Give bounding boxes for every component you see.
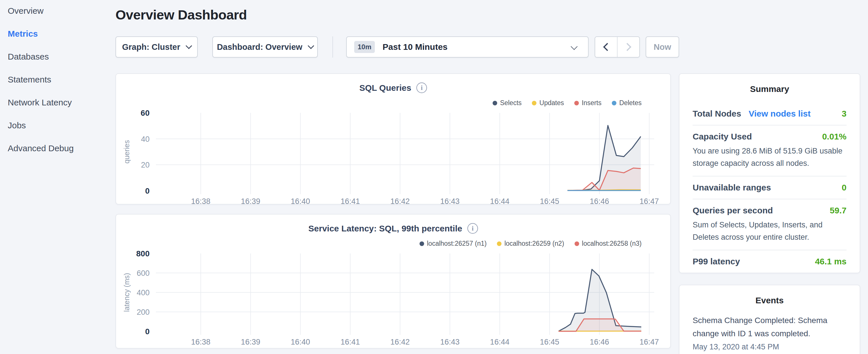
svg-text:16:40: 16:40 — [291, 197, 310, 204]
legend-label: localhost:26258 (n3) — [582, 240, 642, 248]
legend-label: Selects — [500, 99, 522, 107]
chevron-left-icon — [603, 43, 611, 51]
summary-body: Total Nodes View nodes list 3 Capacity U… — [693, 102, 846, 273]
prev-range-button[interactable] — [595, 37, 618, 57]
chevron-right-icon — [623, 43, 631, 51]
svg-text:16:40: 16:40 — [291, 338, 310, 346]
svg-text:600: 600 — [137, 269, 150, 278]
svg-text:16:41: 16:41 — [340, 197, 360, 204]
sidebar-item-databases[interactable]: Databases — [8, 45, 111, 68]
svg-text:16:47: 16:47 — [640, 197, 659, 204]
legend-item[interactable]: Inserts — [574, 99, 601, 107]
legend-dot-icon — [493, 101, 497, 105]
svg-text:16:47: 16:47 — [640, 338, 659, 346]
legend-item[interactable]: Updates — [532, 99, 564, 107]
svg-text:16:39: 16:39 — [241, 197, 260, 204]
svg-text:16:42: 16:42 — [390, 197, 410, 204]
events-panel: Events Schema Change Completed: Schema c… — [679, 285, 860, 354]
sidebar-item-statements[interactable]: Statements — [8, 68, 111, 91]
svg-text:0: 0 — [145, 327, 150, 336]
now-button[interactable]: Now — [646, 36, 679, 58]
chevron-down-icon — [186, 43, 192, 49]
svg-text:16:45: 16:45 — [540, 197, 559, 204]
summary-row-label: P99 latency — [693, 257, 740, 266]
legend-dot-icon — [532, 101, 536, 105]
summary-panel: Summary Total Nodes View nodes list 3 Ca… — [679, 73, 860, 273]
svg-text:16:43: 16:43 — [440, 338, 460, 346]
event-timestamp: May 13, 2020 at 4:45 PM — [693, 343, 846, 351]
summary-row-label: Total Nodes — [693, 109, 741, 119]
chevron-down-icon — [308, 43, 314, 49]
legend-label: Deletes — [619, 99, 642, 107]
summary-row-label: Queries per second — [693, 206, 773, 215]
summary-row-value: 0.01% — [822, 132, 846, 141]
dashboard-dropdown[interactable]: Dashboard: Overview — [212, 36, 318, 58]
event-text: Schema Change Completed: Schema change w… — [693, 314, 846, 340]
event-list-item: Schema Change Completed: Schema change w… — [679, 314, 860, 351]
sql-queries-chart-card: SQL Queries i SelectsUpdatesInsertsDelet… — [116, 73, 671, 204]
chart-title: Service Latency: SQL, 99th percentile — [308, 224, 462, 233]
svg-text:16:46: 16:46 — [590, 197, 609, 204]
sidebar-item-network-latency[interactable]: Network Latency — [8, 91, 111, 114]
legend-item[interactable]: Selects — [493, 99, 522, 107]
legend-item[interactable]: Deletes — [612, 99, 642, 107]
sidebar: Overview Metrics Databases Statements Ne… — [8, 0, 111, 160]
svg-text:16:38: 16:38 — [191, 338, 211, 346]
next-range-button[interactable] — [618, 37, 639, 57]
summary-row-value: 59.7 — [830, 206, 846, 215]
sidebar-item-jobs[interactable]: Jobs — [8, 114, 111, 137]
dashboard-dropdown-label: Dashboard: Overview — [217, 42, 302, 52]
service-latency-plot[interactable]: 16:3816:3916:4016:4116:4216:4316:4416:45… — [116, 215, 671, 349]
summary-row-p99-latency: P99 latency 46.1 ms — [693, 250, 846, 273]
chart-title-row: Service Latency: SQL, 99th percentile i — [116, 223, 670, 234]
svg-text:queries: queries — [123, 140, 131, 164]
time-pager — [595, 36, 640, 58]
legend-label: localhost:26257 (n1) — [427, 240, 487, 248]
svg-text:16:38: 16:38 — [191, 197, 211, 204]
summary-row-value: 0 — [842, 183, 846, 192]
legend-dot-icon — [574, 101, 579, 105]
legend-item[interactable]: localhost:26257 (n1) — [420, 240, 487, 248]
svg-text:16:45: 16:45 — [540, 338, 559, 346]
summary-row-label: Unavailable ranges — [693, 183, 771, 192]
svg-text:400: 400 — [137, 288, 150, 297]
events-title: Events — [679, 296, 860, 305]
sidebar-item-overview[interactable]: Overview — [8, 0, 111, 22]
summary-row-description: You are using 28.6 MiB of 515.9 GiB usab… — [693, 145, 846, 169]
legend-item[interactable]: localhost:26259 (n2) — [497, 240, 564, 248]
svg-text:0: 0 — [145, 187, 150, 195]
svg-text:800: 800 — [136, 249, 150, 258]
legend-dot-icon — [420, 242, 424, 246]
service-latency-chart-card: Service Latency: SQL, 99th percentile i … — [116, 214, 671, 349]
chart-title-row: SQL Queries i — [116, 83, 670, 93]
time-range-dropdown[interactable]: 10m Past 10 Minutes — [346, 36, 589, 58]
legend-dot-icon — [612, 101, 616, 105]
svg-text:20: 20 — [141, 161, 150, 169]
graph-dropdown-label: Graph: Cluster — [122, 42, 180, 52]
svg-text:16:43: 16:43 — [440, 197, 460, 204]
summary-row-value: 46.1 ms — [815, 257, 846, 266]
svg-text:16:44: 16:44 — [490, 197, 509, 204]
svg-text:16:42: 16:42 — [390, 338, 410, 346]
sql-queries-plot[interactable]: 16:3816:3916:4016:4116:4216:4316:4416:45… — [116, 74, 671, 204]
time-range-label: Past 10 Minutes — [382, 42, 447, 52]
summary-row-total-nodes: Total Nodes View nodes list 3 — [693, 102, 846, 125]
sidebar-item-metrics[interactable]: Metrics — [8, 22, 111, 45]
svg-text:16:39: 16:39 — [241, 338, 260, 346]
summary-title: Summary — [679, 84, 860, 94]
legend-dot-icon — [497, 242, 501, 246]
view-nodes-list-link[interactable]: View nodes list — [748, 109, 810, 119]
graph-dropdown[interactable]: Graph: Cluster — [116, 36, 198, 58]
svg-text:16:41: 16:41 — [340, 338, 360, 346]
legend-label: Updates — [539, 99, 564, 107]
info-icon[interactable]: i — [416, 83, 427, 93]
svg-text:16:46: 16:46 — [590, 338, 609, 346]
page-title: Overview Dashboard — [116, 7, 247, 23]
sidebar-item-advanced-debug[interactable]: Advanced Debug — [8, 137, 111, 160]
info-icon[interactable]: i — [467, 223, 478, 234]
chart-title: SQL Queries — [359, 83, 411, 93]
legend-item[interactable]: localhost:26258 (n3) — [575, 240, 642, 248]
summary-row-queries-per-second: Queries per second 59.7 Sum of Selects, … — [693, 199, 846, 250]
legend-label: Inserts — [582, 99, 601, 107]
legend-dot-icon — [575, 242, 579, 246]
